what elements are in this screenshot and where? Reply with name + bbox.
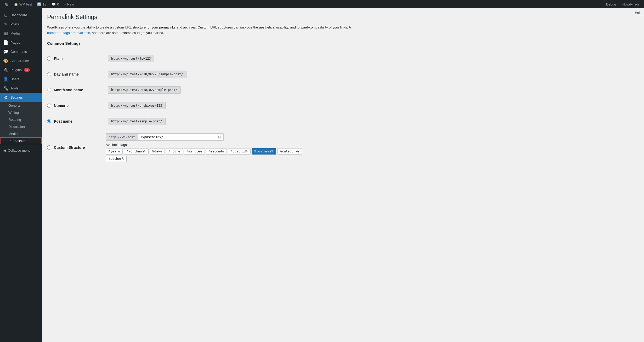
updates-count: 13 [43,2,46,6]
sidebar-item-appearance[interactable]: 🎨 Appearance [0,56,42,65]
appearance-icon: 🎨 [3,58,8,63]
new-content-item[interactable]: + New [62,0,76,8]
post-name-label: Post name [54,119,72,123]
available-tags: Available tags: %year% %monthnum% %day% … [106,143,386,162]
sidebar-item-media[interactable]: ▦ Media [0,29,42,38]
collapse-menu-item[interactable]: ◀ Collapse menu [0,146,42,155]
available-tags-label: Available tags: [106,143,386,147]
tag-selector-button[interactable]: ⊟ [216,133,224,141]
tags-list-row2: %author% [106,156,386,162]
list-icon: ⊟ [218,135,221,139]
tag-postname[interactable]: %postname% [252,148,276,155]
comments-icon: 💬 [3,49,8,54]
tag-monthnum[interactable]: %monthnum% [124,148,148,155]
updates-icon: 🔄 [37,2,41,6]
sidebar-item-label: Users [10,77,19,81]
custom-structure-label: Custom Structure [54,145,85,150]
month-name-label: Month and name [54,88,83,92]
table-row: Numeric http://wp.test/archives/123 [47,98,387,113]
month-name-option-label[interactable]: Month and name [47,88,99,92]
posts-icon: ✎ [3,22,8,27]
sidebar-item-label: Plugins [10,68,22,72]
custom-structure-radio[interactable] [47,145,51,150]
tag-hour[interactable]: %hour% [166,148,183,155]
tag-category[interactable]: %category% [277,148,302,155]
tag-second[interactable]: %second% [206,148,227,155]
post-name-radio[interactable] [47,119,51,123]
post-name-url: http://wp.test/sample-post/ [108,118,166,125]
sidebar-item-posts[interactable]: ✎ Posts [0,20,42,29]
table-row: Day and name http://wp.test/2018/02/25/s… [47,66,387,82]
wp-logo-icon: ⊕ [5,1,9,7]
numeric-label: Numeric [54,104,69,108]
sidebar-item-dashboard[interactable]: ⊞ Dashboard [0,10,42,20]
numeric-option-label[interactable]: Numeric [47,104,99,108]
settings-submenu: General Writing Reading Discussion Media… [0,102,42,144]
sidebar-item-label: Media [10,31,20,35]
tags-link[interactable]: number of tags are available [47,31,90,35]
howdy-label[interactable]: Howdy, adr [620,2,641,6]
submenu-item-permalinks[interactable]: Permalinks [0,137,42,144]
submenu-item-writing[interactable]: Writing [0,109,42,116]
numeric-radio[interactable] [47,104,51,108]
sidebar-item-tools[interactable]: 🔧 Tools [0,84,42,93]
debug-label[interactable]: Debug [604,2,618,6]
sidebar-item-pages[interactable]: 📄 Pages [0,38,42,47]
month-name-radio[interactable] [47,88,51,92]
comments-count: 0 [57,2,59,6]
tags-list: %year% %monthnum% %day% %hour% %minute% … [106,148,386,155]
admin-bar: ⊕ 🏠 WP Test 🔄 13 💬 0 + New Debug Howdy, … [0,0,644,8]
updates-item[interactable]: 🔄 13 [35,0,48,8]
sidebar-item-label: Dashboard [10,13,27,17]
post-name-option-label[interactable]: Post name [47,119,99,123]
site-name-item[interactable]: 🏠 WP Test [12,0,34,8]
site-name: WP Test [19,2,32,6]
sidebar-item-label: Appearance [10,59,29,63]
pages-icon: 📄 [3,40,8,45]
plain-label: Plain [54,56,63,61]
help-button[interactable]: Help [632,10,644,16]
custom-structure-option-label[interactable]: Custom Structure [47,145,99,150]
collapse-icon: ◀ [3,149,6,152]
custom-structure-input[interactable] [138,133,216,141]
tools-icon: 🔧 [3,86,8,91]
day-name-url: http://wp.test/2018/02/25/sample-post/ [108,71,187,78]
description-text: WordPress offers you the ability to crea… [47,25,351,29]
submenu-item-discussion[interactable]: Discussion [0,123,42,130]
submenu-item-media[interactable]: Media [0,130,42,137]
tag-author[interactable]: %author% [106,156,127,162]
users-icon: 👤 [3,77,8,82]
month-name-url: http://wp.test/2018/02/sample-post/ [108,86,181,94]
page-description: WordPress offers you the ability to crea… [47,25,361,36]
plugins-badge: 13 [24,68,30,72]
sidebar-item-comments[interactable]: 💬 Comments [0,47,42,56]
tag-day[interactable]: %day% [150,148,165,155]
url-prefix: http://wp.test [106,133,138,141]
comments-item[interactable]: 💬 0 [49,0,61,8]
sidebar-item-label: Comments [10,50,27,54]
sidebar-item-plugins[interactable]: 🔌 Plugins 13 [0,65,42,75]
admin-menu: ⊞ Dashboard ✎ Posts ▦ Media 📄 Pages 💬 Co… [0,8,42,342]
tag-year[interactable]: %year% [106,148,123,155]
submenu-item-general[interactable]: General [0,102,42,109]
sidebar-item-settings[interactable]: ⚙ Settings [0,93,42,102]
page-title: Permalink Settings [47,14,387,21]
comments-icon: 💬 [52,2,56,6]
plain-radio[interactable] [47,56,51,61]
sidebar-item-label: Posts [10,22,19,26]
table-row: Plain http://wp.test/?p=123 [47,51,387,66]
day-name-radio[interactable] [47,72,51,76]
new-label: + New [64,2,74,6]
wp-logo-item[interactable]: ⊕ [3,0,11,8]
sidebar-item-users[interactable]: 👤 Users [0,75,42,84]
day-name-option-label[interactable]: Day and name [47,72,99,76]
plain-option-label[interactable]: Plain [47,56,99,61]
plain-url: http://wp.test/?p=123 [108,55,154,62]
tag-post-id[interactable]: %post_id% [228,148,251,155]
common-settings-title: Common Settings [47,41,387,45]
submenu-item-reading[interactable]: Reading [0,116,42,123]
tag-minute[interactable]: %minute% [184,148,205,155]
dashboard-icon: ⊞ [3,13,8,18]
permalink-options-table: Plain http://wp.test/?p=123 Day and na [47,51,387,166]
sidebar-item-label: Settings [10,95,23,99]
